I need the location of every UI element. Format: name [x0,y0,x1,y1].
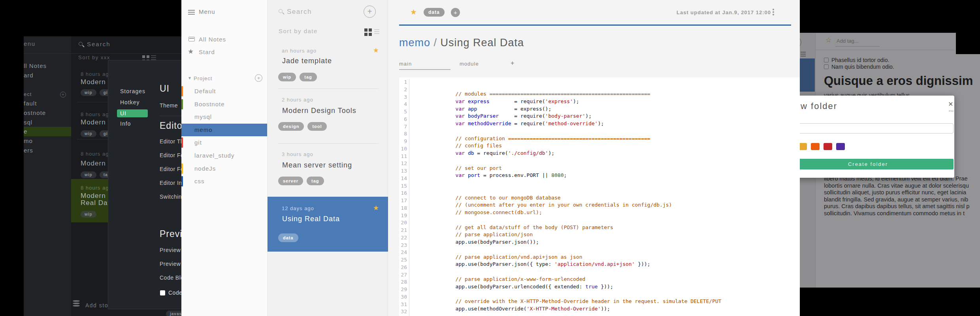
line-number: 12 [399,160,409,168]
tag-pill[interactable]: wip [81,171,96,178]
grid-view-icon[interactable] [364,28,368,32]
add-tag-button[interactable]: + [451,8,460,17]
add-folder-icon[interactable]: + [60,92,66,98]
code-text: // get all data/stuff of the body (POST)… [409,213,613,220]
left-folder-item[interactable]: ers [24,146,71,155]
folder-color-strip [181,176,183,186]
code-token: 8080 [551,172,564,178]
chevron-down-icon[interactable]: ▼ [188,76,192,80]
code-line: 22 [399,235,800,242]
left-sidebar-project[interactable]: ect [24,91,32,97]
close-icon[interactable]: × [948,100,953,109]
color-swatch[interactable] [824,143,832,150]
search-input[interactable]: Search [287,8,312,16]
code-token: ); [548,150,554,156]
left-sidebar-item-starred[interactable]: ard [24,72,34,79]
tag-pill[interactable]: server [278,177,303,185]
list-view-icon[interactable] [151,55,156,56]
folder-item[interactable]: laravel_study [181,149,267,162]
line-number: 4 [399,101,409,109]
folder-item[interactable]: css [181,175,267,188]
tag-pill[interactable]: wip [81,211,96,218]
folder-item[interactable]: memo [181,124,267,137]
line-number: 6 [399,116,409,124]
search-icon [79,42,83,46]
folder-item[interactable]: mysql [181,111,267,124]
code-editor[interactable]: 1 // modules ===========================… [399,77,800,316]
code-text: var app = express(); [409,94,551,102]
tag-pill[interactable]: wip [278,73,296,81]
note-tag-pill[interactable]: data [424,8,445,17]
left-folder-item[interactable]: e [24,127,71,136]
sort-by-dropdown[interactable]: Sort by date [279,28,318,34]
color-swatch[interactable] [836,143,845,150]
code-text [409,168,462,175]
folder-name: css [194,178,205,184]
settings-checkbox[interactable] [160,290,165,295]
folder-item[interactable]: Boostnote [181,98,267,111]
star-icon[interactable]: ★ [373,204,379,212]
tag-pill[interactable]: tool [307,122,326,131]
menu-label[interactable]: Menu [199,8,215,15]
new-note-button[interactable]: + [364,6,376,18]
screenshot-stage: enu Search Sort by xxx ll Notes ard ect … [0,0,980,316]
left-search-input[interactable]: Search [87,41,111,47]
tab-add-button[interactable]: + [511,60,514,67]
code-token: = process.env.PORT || [480,172,551,178]
note-list-item[interactable]: 3 hours ago Mean server setting serverta… [268,145,388,197]
star-icon[interactable]: ★ [373,46,379,55]
add-folder-icon[interactable]: + [255,74,262,82]
line-number: 27 [399,272,409,279]
breadcrumb-folder[interactable]: memo [399,37,430,49]
settings-tab-storages[interactable]: Storages [120,88,145,94]
tab-module[interactable]: module [460,61,479,67]
folder-item[interactable]: git [181,136,267,149]
left-folder-item[interactable]: ostnote [24,108,71,118]
settings-tab-ui[interactable]: UI [117,109,148,117]
left-menu-label[interactable]: enu [24,40,36,47]
black-margin-topright [800,0,980,33]
tag-pill[interactable]: design [278,122,304,131]
kebab-menu-icon[interactable] [773,9,774,10]
folder-item[interactable]: Default [181,85,267,98]
folder-color-strip [181,112,183,122]
line-number: 28 [399,279,409,286]
left-folder-item[interactable]: fault [24,99,71,108]
code-text [409,257,462,264]
code-lines: 1 // modules ===========================… [399,79,800,316]
note-list-item-selected[interactable]: 12 days ago ★ Using Real Data data [268,197,388,252]
left-sidebar-item-all-notes[interactable]: ll Notes [24,62,47,69]
tag-pill[interactable]: wip [81,89,96,96]
code-token [465,172,468,178]
tag-pill[interactable]: tag [307,177,324,185]
settings-tab-info[interactable]: Info [120,120,131,127]
folder-name: Default [194,88,216,94]
create-folder-button[interactable]: Create folder [782,159,954,169]
search-icon [279,9,283,13]
left-sort-label[interactable]: Sort by xxx [78,55,110,60]
color-swatch[interactable] [811,143,820,150]
tag-pill[interactable]: tag [300,73,317,81]
tag-pill[interactable]: wip [81,130,96,137]
tag-pill[interactable]: data [278,233,298,242]
list-view-icon[interactable] [374,29,379,30]
note-title: Using Real Data [441,37,524,49]
code-line: 1 // modules ===========================… [399,79,800,87]
tab-main[interactable]: main [399,61,412,67]
note-list-item[interactable]: an hours ago ★ Jade template wiptag [268,41,388,88]
left-folder-item[interactable]: sql [24,118,71,127]
left-folder-item[interactable]: mo [24,136,71,146]
folder-item[interactable]: nodeJs [181,162,267,175]
sidebar-item-all-notes[interactable]: All Notes [199,36,226,43]
note-list-item[interactable]: 2 hours ago Modern Design Tools designto… [268,90,388,143]
star-icon[interactable]: ★ [410,8,417,17]
grid-view-icon[interactable] [142,55,145,58]
sidebar-item-starred[interactable]: Stard [199,49,215,55]
project-label[interactable]: Project [194,75,212,81]
settings-tab-hotkey[interactable]: Hotkey [120,99,140,105]
code-line: 7 // configuration =====================… [399,124,800,131]
note-time: an hours ago [282,48,317,54]
folder-name-input[interactable] [782,123,954,134]
line-number: 16 [399,190,409,198]
hamburger-menu-icon[interactable] [188,10,195,11]
